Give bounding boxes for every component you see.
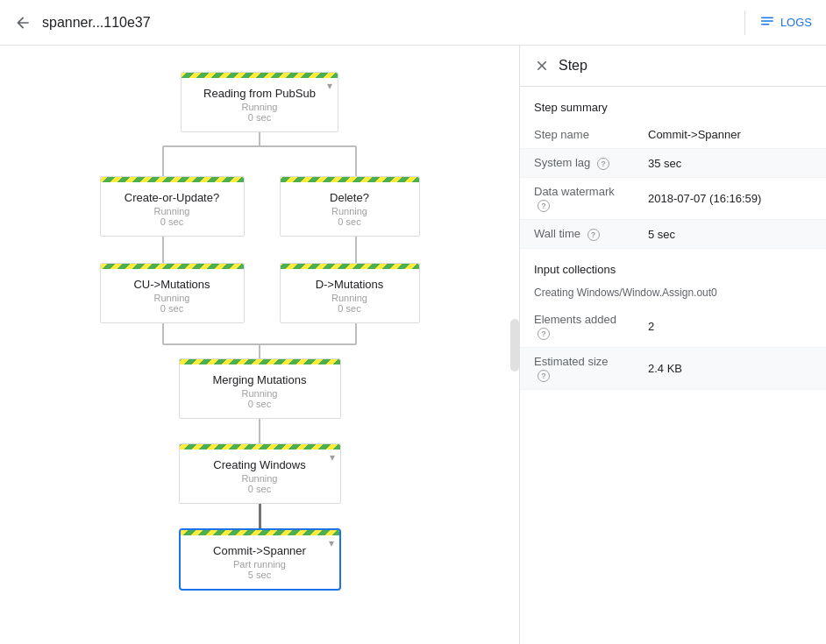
help-icon-elements[interactable]: ? <box>538 328 550 340</box>
node-time: 0 sec <box>194 484 326 494</box>
label-wall-time: Wall time ? <box>520 220 634 249</box>
connector-line <box>259 419 260 443</box>
node-status: Running <box>295 206 405 216</box>
help-icon[interactable]: ? <box>597 158 609 170</box>
node-title: D->Mutations <box>295 278 405 291</box>
help-icon-walltime[interactable]: ? <box>587 229 600 241</box>
table-row: Estimated size ? 2.4 KB <box>520 348 826 390</box>
node-status: Running <box>295 293 405 303</box>
logs-label: LOGS <box>780 16 812 29</box>
node-creating-windows-wrapper: ▾ Creating Windows Running 0 sec <box>179 443 341 504</box>
branch-row-2: CU->Mutations Running 0 sec D->Mutations… <box>100 263 420 323</box>
node-merging-mutations[interactable]: Merging Mutations Running 0 sec <box>179 358 341 419</box>
node-stripe <box>181 530 339 535</box>
chevron-icon: ▾ <box>329 537 334 549</box>
close-button[interactable] <box>534 58 550 74</box>
scroll-handle[interactable] <box>510 319 519 372</box>
node-stripe <box>281 264 419 269</box>
value-wall-time: 5 sec <box>634 220 826 249</box>
value-system-lag: 35 sec <box>634 149 826 178</box>
node-time: 0 sec <box>194 399 326 409</box>
node-create-or-update[interactable]: Create-or-Update? Running 0 sec <box>100 176 245 237</box>
node-stripe <box>180 444 340 449</box>
step-summary-table: Step name Commit->Spanner System lag ? 3… <box>520 121 826 249</box>
pipeline-diagram: ▾ Reading from PubSub Running 0 sec <box>18 63 502 599</box>
node-title: Commit->Spanner <box>195 544 325 557</box>
label-system-lag: System lag ? <box>520 149 634 178</box>
pipeline-canvas: ▾ Reading from PubSub Running 0 sec <box>0 46 519 644</box>
node-time: 0 sec <box>295 303 405 314</box>
help-icon-size[interactable]: ? <box>538 370 550 382</box>
table-row: Step name Commit->Spanner <box>520 121 826 149</box>
node-title: Delete? <box>295 191 405 204</box>
node-time: 5 sec <box>195 570 325 580</box>
node-cu-mutations[interactable]: CU->Mutations Running 0 sec <box>100 263 245 323</box>
label-data-watermark: Data watermark ? <box>520 178 634 220</box>
input-collection-name: Creating Windows/Window.Assign.out0 <box>520 283 826 306</box>
branch-row-1: Create-or-Update? Running 0 sec Delete? … <box>100 176 420 237</box>
branch-create-or-update: Create-or-Update? Running 0 sec <box>100 176 245 237</box>
main-content: ▾ Reading from PubSub Running 0 sec <box>0 46 826 644</box>
back-button[interactable] <box>14 14 32 32</box>
page-title: spanner...110e37 <box>42 15 730 31</box>
node-title: Create-or-Update? <box>115 191 230 204</box>
node-stripe <box>101 177 244 182</box>
node-title: Merging Mutations <box>194 373 326 386</box>
value-step-name: Commit->Spanner <box>634 121 826 149</box>
table-row: Elements added ? 2 <box>520 306 826 348</box>
node-reading-pubsub[interactable]: ▾ Reading from PubSub Running 0 sec <box>181 72 338 132</box>
header-divider <box>744 11 745 35</box>
connector-svg-2 <box>75 237 444 263</box>
node-delete[interactable]: Delete? Running 0 sec <box>280 176 420 237</box>
panel-title: Step <box>559 58 587 74</box>
branch-d-mutations: D->Mutations Running 0 sec <box>280 263 420 323</box>
node-stripe <box>281 177 419 182</box>
node-title: Reading from PubSub <box>196 87 324 100</box>
label-estimated-size: Estimated size ? <box>520 348 634 390</box>
value-estimated-size: 2.4 KB <box>634 348 826 390</box>
node-creating-windows[interactable]: ▾ Creating Windows Running 0 sec <box>179 443 341 504</box>
help-icon-watermark[interactable]: ? <box>538 200 550 212</box>
node-stripe <box>180 359 340 364</box>
chevron-icon: ▾ <box>330 451 335 464</box>
connector-line-2 <box>259 504 261 528</box>
label-step-name: Step name <box>520 121 634 149</box>
node-status: Running <box>194 388 326 399</box>
node-title: CU->Mutations <box>115 278 230 291</box>
node-title: Creating Windows <box>194 458 326 471</box>
chevron-icon: ▾ <box>327 80 332 92</box>
node-time: 0 sec <box>115 303 230 314</box>
node-reading-pubsub-wrapper: ▾ Reading from PubSub Running 0 sec <box>181 72 338 132</box>
node-merging-mutations-wrapper: Merging Mutations Running 0 sec <box>179 358 341 419</box>
node-time: 0 sec <box>115 216 230 227</box>
input-collections-title: Input collections <box>520 249 826 283</box>
node-commit-spanner-wrapper: ▾ Commit->Spanner Part running 5 sec <box>179 528 341 591</box>
node-status: Running <box>115 206 230 216</box>
logs-icon <box>759 13 775 32</box>
value-elements-added: 2 <box>634 306 826 348</box>
node-time: 0 sec <box>295 216 405 227</box>
node-status: Part running <box>195 559 325 570</box>
value-data-watermark: 2018-07-07 (16:16:59) <box>634 178 826 220</box>
right-panel: Step Step summary Step name Commit->Span… <box>519 46 826 644</box>
connector-svg-1 <box>75 132 444 176</box>
panel-header: Step <box>520 46 826 87</box>
branch-delete: Delete? Running 0 sec <box>280 176 420 237</box>
table-row: Data watermark ? 2018-07-07 (16:16:59) <box>520 178 826 220</box>
node-stripe <box>182 73 338 78</box>
table-row: System lag ? 35 sec <box>520 149 826 178</box>
label-elements-added: Elements added ? <box>520 306 634 348</box>
node-d-mutations[interactable]: D->Mutations Running 0 sec <box>280 263 420 323</box>
node-time: 0 sec <box>196 112 324 123</box>
logs-button[interactable]: LOGS <box>759 13 812 32</box>
step-summary-title: Step summary <box>520 87 826 121</box>
collection-table: Elements added ? 2 Estimated size ? 2.4 … <box>520 306 826 390</box>
node-status: Running <box>115 293 230 303</box>
header: spanner...110e37 LOGS <box>0 0 826 46</box>
node-status: Running <box>194 473 326 484</box>
table-row: Wall time ? 5 sec <box>520 220 826 249</box>
node-status: Running <box>196 102 324 112</box>
node-commit-spanner[interactable]: ▾ Commit->Spanner Part running 5 sec <box>179 528 341 591</box>
node-stripe <box>101 264 244 269</box>
branch-cu-mutations: CU->Mutations Running 0 sec <box>100 263 245 323</box>
